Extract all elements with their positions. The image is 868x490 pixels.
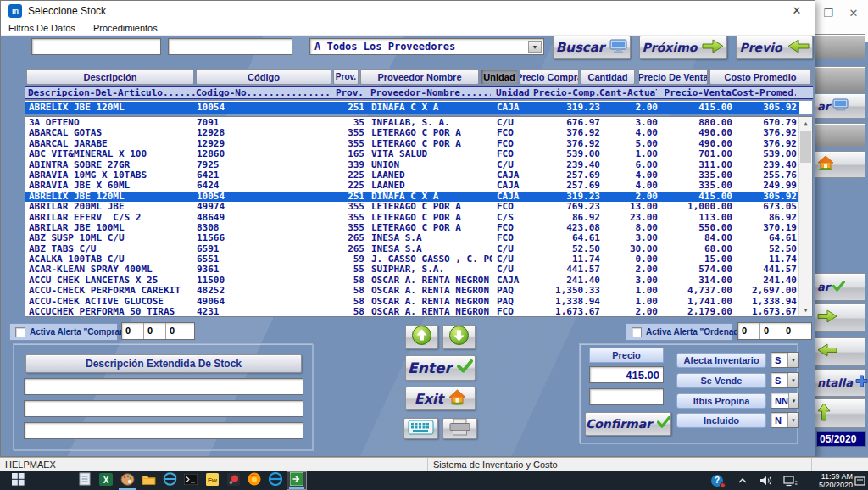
- taskbar-inventory-app[interactable]: [287, 471, 307, 490]
- comprar-value-3[interactable]: 0: [166, 323, 194, 339]
- stock-row[interactable]: ACCUCHEK PERFORMA 50 TIRAS423158OSCAR A.…: [25, 307, 799, 317]
- stock-row[interactable]: 3A OFTENO709135INFALAB, S. A.C/U676.973.…: [25, 118, 799, 128]
- taskbar-excel[interactable]: X: [96, 471, 116, 490]
- column-header-costo-promedio[interactable]: Costo Promedio: [709, 69, 811, 85]
- attr-dropdown-afecta-inventario[interactable]: S▼: [771, 352, 799, 368]
- column-header-prov-[interactable]: Prov.: [333, 69, 359, 85]
- background-button-1[interactable]: [815, 66, 865, 92]
- chevron-down-icon[interactable]: ▼: [528, 41, 542, 53]
- taskbar-notepad[interactable]: [75, 471, 95, 490]
- stock-row[interactable]: ABZ SUSP 10ML C/U11566265INESA S.AFCO64.…: [25, 233, 799, 243]
- background-button-2[interactable]: ar: [815, 93, 865, 119]
- print-button[interactable]: [442, 418, 477, 439]
- comprar-value-1[interactable]: 0: [122, 323, 144, 339]
- stock-row[interactable]: ACCU-CHECK PERFORMA CAREKIT4825258OSCAR …: [25, 286, 799, 296]
- comprar-value-2[interactable]: 0: [144, 323, 166, 339]
- stock-row[interactable]: ABRELIX JBE 120ML10054251DINAFA C X ACAJ…: [25, 192, 799, 202]
- stock-row[interactable]: ABARCAL GOTAS12928355LETERAGO C POR AFCO…: [25, 128, 799, 138]
- vertical-scrollbar[interactable]: ▲ ▼: [798, 117, 812, 316]
- attr-incluido[interactable]: Incluido: [676, 413, 766, 428]
- activa-alerta-comprar[interactable]: Activa Alerta "Comprar": [9, 323, 118, 341]
- background-button-7[interactable]: [815, 337, 865, 366]
- chevron-down-icon[interactable]: ▼: [788, 393, 798, 408]
- taskbar-command-prompt[interactable]: [181, 471, 201, 490]
- activa-alerta-ordenado[interactable]: Activa Alerta "Ordenado": [626, 323, 732, 341]
- background-button-5[interactable]: ar: [815, 273, 865, 301]
- scrollbar-thumb[interactable]: [800, 131, 811, 163]
- ordenado-value-2[interactable]: 0: [760, 323, 782, 339]
- extended-field-1[interactable]: [24, 378, 303, 395]
- provider-filter-combobox[interactable]: A Todos Los Proveedores ▼: [309, 38, 544, 55]
- background-close-icon[interactable]: ✕: [846, 7, 861, 19]
- search-input-2[interactable]: [168, 38, 292, 55]
- stock-row[interactable]: ACCU CHEK LANCETAS X 251150058OSCAR A. R…: [25, 276, 799, 286]
- attr-itbis-propina[interactable]: Itbis Propina: [676, 393, 766, 409]
- column-header-unidad[interactable]: Unidad: [481, 69, 518, 85]
- background-button-0[interactable]: [815, 34, 865, 59]
- stock-row[interactable]: ABRAVIA JBE X 60ML6424225LAANEDCAJA257.6…: [25, 181, 799, 191]
- column-header-descripci-n[interactable]: Descripción: [26, 69, 194, 85]
- extended-field-2[interactable]: [24, 400, 303, 417]
- taskbar-internet-explorer[interactable]: [159, 471, 180, 490]
- enter-button[interactable]: Enter: [405, 355, 476, 381]
- stock-row[interactable]: ABINTRA SOBRE 27GR7925339UNIONC/U239.406…: [25, 160, 799, 170]
- chevron-down-icon[interactable]: ▼: [787, 413, 798, 427]
- selected-stock-row[interactable]: ABRELIX JBE 120ML10054251DINAFA C X ACAJ…: [25, 102, 799, 114]
- attr-afecta-inventario[interactable]: Afecta Inventario: [676, 353, 766, 368]
- stock-row[interactable]: ACCU-CHEK ACTIVE GLUCOSE4906458OSCAR A. …: [25, 297, 799, 307]
- column-header-precio-compra[interactable]: Precio Compra: [520, 69, 579, 85]
- background-button-3[interactable]: [815, 123, 865, 147]
- stock-row[interactable]: ABZ TABS C/U6591265INESA S.AC/U52.5030.0…: [25, 244, 799, 254]
- stock-row[interactable]: ABARCAL JARABE12929355LETERAGO C POR AFC…: [25, 139, 799, 149]
- comprar-checkbox[interactable]: [15, 327, 25, 337]
- column-header-cantidad[interactable]: Cantidad: [581, 69, 635, 85]
- column-header-proveedor-nombre[interactable]: Proveedor Nombre: [360, 69, 479, 85]
- comprar-alert-values[interactable]: 0 0 0: [121, 322, 195, 340]
- buscar-button[interactable]: Buscar: [553, 36, 631, 59]
- stock-list[interactable]: 3A OFTENO709135INFALAB, S. A.C/U676.973.…: [25, 116, 813, 317]
- attr-dropdown-incluido[interactable]: N▼: [771, 412, 799, 428]
- attr-dropdown-se-vende[interactable]: S▼: [771, 372, 799, 388]
- column-header-c-digo[interactable]: Código: [196, 69, 331, 85]
- previo-button[interactable]: Previo: [736, 36, 813, 59]
- scroll-down-icon[interactable]: ▼: [799, 303, 812, 316]
- background-button-4[interactable]: [815, 151, 865, 178]
- network-icon[interactable]: [782, 474, 798, 487]
- menu-filtros-de-datos[interactable]: Filtros De Datos: [1, 21, 83, 36]
- search-input-1[interactable]: [31, 38, 161, 55]
- exit-button[interactable]: Exit: [405, 387, 476, 410]
- scroll-up-icon[interactable]: ▲: [799, 117, 812, 130]
- speaker-icon[interactable]: [758, 474, 773, 487]
- taskbar-paint[interactable]: [117, 471, 137, 490]
- stock-row[interactable]: ABC VIT&MINERAL X 10012860165VITA SALUDF…: [25, 149, 799, 159]
- stock-row[interactable]: ABRILAR 200ML JBE49974355LETERAGO C POR …: [25, 202, 799, 212]
- attr-se-vende[interactable]: Se Vende: [676, 373, 766, 388]
- ordenado-value-1[interactable]: 0: [738, 323, 760, 339]
- close-icon[interactable]: ✕: [789, 4, 804, 17]
- taskbar-file-explorer[interactable]: [138, 471, 159, 490]
- ordenado-checkbox[interactable]: [632, 327, 642, 337]
- stock-row[interactable]: ACAR-KLEAN SPRAY 400ML936155SUIPHAR, S.A…: [25, 264, 799, 275]
- stock-row[interactable]: ABRILAR JBE 100ML8308355LETERAGO C POR A…: [25, 223, 799, 233]
- chevron-up-icon[interactable]: [736, 474, 749, 487]
- proximo-button[interactable]: Próximo: [639, 36, 727, 59]
- move-down-button[interactable]: [442, 325, 476, 349]
- dialog-titlebar[interactable]: in Seleccione Stock ✕: [1, 1, 815, 21]
- background-button-8[interactable]: ntalla: [815, 369, 865, 397]
- start-button[interactable]: [5, 471, 31, 490]
- background-maximize-icon[interactable]: ❐: [821, 7, 836, 19]
- precio-secondary-input[interactable]: [589, 388, 664, 405]
- column-header-precio-de-venta[interactable]: Precio De Venta: [638, 69, 708, 85]
- attr-dropdown-itbis-propina[interactable]: NN▼: [771, 393, 799, 409]
- taskbar-media-player[interactable]: [223, 471, 243, 490]
- keyboard-button[interactable]: [403, 418, 438, 439]
- menu-procedimientos[interactable]: Procedimientos: [86, 21, 165, 36]
- background-button-9[interactable]: [815, 398, 865, 428]
- stock-row[interactable]: ABRAVIA 10MG X 10TABS6421225LAANEDCAJA25…: [25, 170, 799, 181]
- extended-field-3[interactable]: [24, 422, 303, 439]
- stock-row[interactable]: ABRILAR EFERV C/S 248649355LETERAGO C PO…: [25, 213, 799, 223]
- taskbar-firefox[interactable]: [244, 471, 264, 490]
- move-up-button[interactable]: [405, 325, 438, 349]
- action-center-icon[interactable]: [853, 474, 866, 487]
- taskbar-fireworks[interactable]: Fw: [202, 471, 222, 490]
